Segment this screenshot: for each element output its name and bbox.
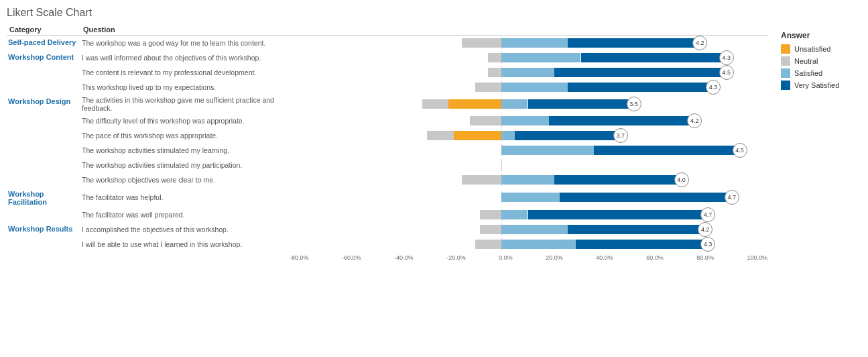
col-header-category: Category — [7, 24, 80, 36]
question-cell: I accomplished the objectives of this wo… — [80, 222, 288, 237]
table-row: The pace of this workshop was appropriat… — [7, 128, 767, 143]
bar-value-label: 4.3 — [700, 237, 715, 252]
table-row: This workshop lived up to my expectation… — [7, 80, 767, 95]
bar-cell: 4.2 — [288, 113, 767, 128]
bar-cell: 4.2 — [288, 36, 767, 51]
category-cell — [7, 143, 80, 158]
bar-cell: 3.5 — [288, 95, 767, 113]
bar-value-label: 4.3 — [706, 80, 721, 95]
question-cell: I was well informed about the objectives… — [80, 50, 288, 65]
question-cell: The pace of this workshop was appropriat… — [80, 128, 288, 143]
bar-value-label: 4.2 — [692, 36, 707, 50]
bar-value-label: 3.7 — [613, 128, 628, 143]
category-cell — [7, 80, 80, 95]
table-row: Workshop ResultsI accomplished the objec… — [7, 222, 767, 237]
legend-item: Satisfied — [781, 68, 855, 78]
legend-title: Answer — [781, 31, 855, 40]
question-cell: The facilitator was helpful. — [80, 187, 288, 207]
bar-cell: 4.5 — [288, 143, 767, 158]
table-row: The facilitator was well prepared.4.7 — [7, 207, 767, 222]
legend-item: Very Satisfied — [781, 81, 855, 90]
table-row: The difficulty level of this workshop wa… — [7, 113, 767, 128]
category-cell: Workshop Results — [7, 222, 80, 237]
category-cell — [7, 207, 80, 222]
question-cell: The workshop activities stimulated my le… — [80, 143, 288, 158]
category-cell — [7, 158, 80, 172]
bar-cell: 4.3 — [288, 237, 767, 252]
bar-value-label: 4.0 — [674, 172, 689, 187]
bar-value-label: 4.2 — [687, 113, 702, 128]
bar-cell: 4.5 — [288, 65, 767, 80]
table-row: Workshop FacilitationThe facilitator was… — [7, 187, 767, 207]
category-cell: Workshop Content — [7, 50, 80, 65]
bar-value-label: 3.5 — [627, 97, 641, 111]
table-row: Self-paced DeliveryThe workshop was a go… — [7, 36, 767, 51]
col-header-bar — [288, 24, 767, 36]
category-cell — [7, 237, 80, 252]
bar-value-label: 4.5 — [719, 65, 734, 80]
question-cell: This workshop lived up to my expectation… — [80, 80, 288, 95]
bar-cell: 4.7 — [288, 187, 767, 207]
legend-item: Neutral — [781, 56, 855, 66]
table-row: The workshop activities stimulated my le… — [7, 143, 767, 158]
legend-panel: Answer UnsatisfiedNeutralSatisfiedVery S… — [774, 24, 861, 261]
table-row: Workshop ContentI was well informed abou… — [7, 50, 767, 65]
table-row: The content is relevant to my profession… — [7, 65, 767, 80]
category-cell — [7, 128, 80, 143]
question-cell: The workshop objectives were clear to me… — [80, 172, 288, 187]
bar-cell: 4.7 — [288, 207, 767, 222]
bar-cell — [288, 158, 767, 172]
bar-cell: 4.2 — [288, 222, 767, 237]
bar-value-label: 4.2 — [698, 222, 712, 237]
chart-title: Likert Scale Chart — [7, 7, 861, 19]
table-row: I will be able to use what I learned in … — [7, 237, 767, 252]
bar-value-label: 4.3 — [719, 50, 734, 65]
bar-cell: 4.3 — [288, 50, 767, 65]
question-cell: The workshop was a good way for me to le… — [80, 36, 288, 51]
bar-value-label: 4.5 — [733, 143, 747, 158]
question-cell: I will be able to use what I learned in … — [80, 237, 288, 252]
category-cell: Workshop Design — [7, 95, 80, 113]
question-cell: The difficulty level of this workshop wa… — [80, 113, 288, 128]
question-cell: The workshop activities stimulated my pa… — [80, 158, 288, 172]
bar-value-label: 4.7 — [700, 207, 715, 222]
bar-cell: 4.0 — [288, 172, 767, 187]
bar-cell: 4.3 — [288, 80, 767, 95]
col-header-question: Question — [80, 24, 288, 36]
table-row: The workshop activities stimulated my pa… — [7, 158, 767, 172]
category-cell — [7, 172, 80, 187]
question-cell: The facilitator was well prepared. — [80, 207, 288, 222]
category-cell — [7, 65, 80, 80]
legend-item: Unsatisfied — [781, 44, 855, 54]
category-cell: Self-paced Delivery — [7, 36, 80, 51]
bar-value-label: 4.7 — [725, 190, 739, 205]
table-row: Workshop DesignThe activities in this wo… — [7, 95, 767, 113]
category-cell: Workshop Facilitation — [7, 187, 80, 207]
question-cell: The activities in this workshop gave me … — [80, 95, 288, 113]
table-row: The workshop objectives were clear to me… — [7, 172, 767, 187]
bar-cell: 3.7 — [288, 128, 767, 143]
category-cell — [7, 113, 80, 128]
question-cell: The content is relevant to my profession… — [80, 65, 288, 80]
